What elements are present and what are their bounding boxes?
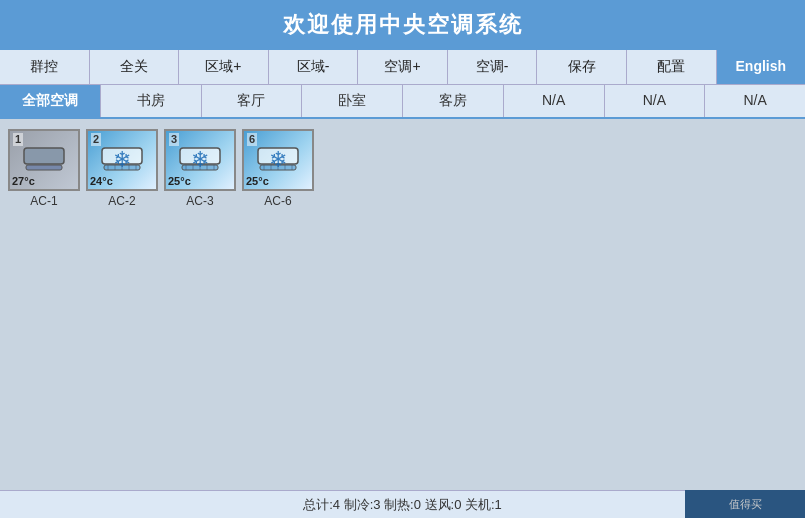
svg-rect-27: [260, 165, 296, 170]
ac-temperature: 24°c: [90, 175, 113, 187]
svg-rect-26: [258, 148, 298, 164]
svg-rect-12: [102, 148, 142, 164]
ac-grid: 127°cAC-1❄224°cAC-2❄325°cAC-3❄625°cAC-6: [0, 119, 805, 419]
ac-label: AC-1: [30, 194, 57, 208]
ac-unit-number: 3: [169, 133, 179, 146]
ac-card-AC-6[interactable]: ❄625°cAC-6: [242, 129, 314, 409]
ac-unit-icon: [98, 146, 146, 174]
page-title: 欢迎使用中央空调系统: [283, 12, 523, 37]
svg-rect-5: [24, 148, 64, 164]
ac-unit-number: 6: [247, 133, 257, 146]
ac-temperature: 27°c: [12, 175, 35, 187]
toolbar-btn-english[interactable]: English: [717, 50, 806, 84]
toolbar-btn-ac-add[interactable]: 空调+: [358, 50, 448, 84]
zone-tab-0[interactable]: 全部空调: [0, 85, 101, 117]
ac-unit-icon: [176, 146, 224, 174]
ac-label: AC-2: [108, 194, 135, 208]
watermark: 值得买: [685, 490, 805, 518]
toolbar-btn-ac-remove[interactable]: 空调-: [448, 50, 538, 84]
zone-tab-4[interactable]: 客房: [403, 85, 504, 117]
ac-unit-number: 1: [13, 133, 23, 146]
toolbar-btn-zone-remove[interactable]: 区域-: [269, 50, 359, 84]
toolbar-btn-all-off[interactable]: 全关: [90, 50, 180, 84]
status-text: 总计:4 制冷:3 制热:0 送风:0 关机:1: [303, 496, 502, 514]
svg-rect-6: [26, 165, 62, 170]
zone-tab-7[interactable]: N/A: [705, 85, 805, 117]
ac-unit-icon: [254, 146, 302, 174]
ac-icon-box-AC-6: ❄625°c: [242, 129, 314, 191]
toolbar-btn-zone-add[interactable]: 区域+: [179, 50, 269, 84]
ac-temperature: 25°c: [246, 175, 269, 187]
ac-unit-number: 2: [91, 133, 101, 146]
ac-icon-box-AC-2: ❄224°c: [86, 129, 158, 191]
ac-icon-box-AC-3: ❄325°c: [164, 129, 236, 191]
ac-card-AC-3[interactable]: ❄325°cAC-3: [164, 129, 236, 409]
ac-card-AC-2[interactable]: ❄224°cAC-2: [86, 129, 158, 409]
svg-rect-19: [180, 148, 220, 164]
zone-tab-1[interactable]: 书房: [101, 85, 202, 117]
ac-unit-icon: [20, 146, 68, 174]
zone-tab-6[interactable]: N/A: [605, 85, 706, 117]
ac-card-AC-1[interactable]: 127°cAC-1: [8, 129, 80, 409]
zone-tab-3[interactable]: 卧室: [302, 85, 403, 117]
ac-label: AC-3: [186, 194, 213, 208]
toolbar: 群控全关区域+区域-空调+空调-保存配置English: [0, 50, 805, 85]
zone-tab-5[interactable]: N/A: [504, 85, 605, 117]
toolbar-btn-group-control[interactable]: 群控: [0, 50, 90, 84]
ac-temperature: 25°c: [168, 175, 191, 187]
zone-tabs: 全部空调书房客厅卧室客房N/AN/AN/A: [0, 85, 805, 119]
toolbar-btn-config[interactable]: 配置: [627, 50, 717, 84]
title-bar: 欢迎使用中央空调系统: [0, 0, 805, 50]
svg-rect-20: [182, 165, 218, 170]
watermark-text: 值得买: [729, 497, 762, 512]
ac-icon-box-AC-1: 127°c: [8, 129, 80, 191]
zone-tab-2[interactable]: 客厅: [202, 85, 303, 117]
toolbar-btn-save[interactable]: 保存: [537, 50, 627, 84]
svg-rect-13: [104, 165, 140, 170]
ac-label: AC-6: [264, 194, 291, 208]
